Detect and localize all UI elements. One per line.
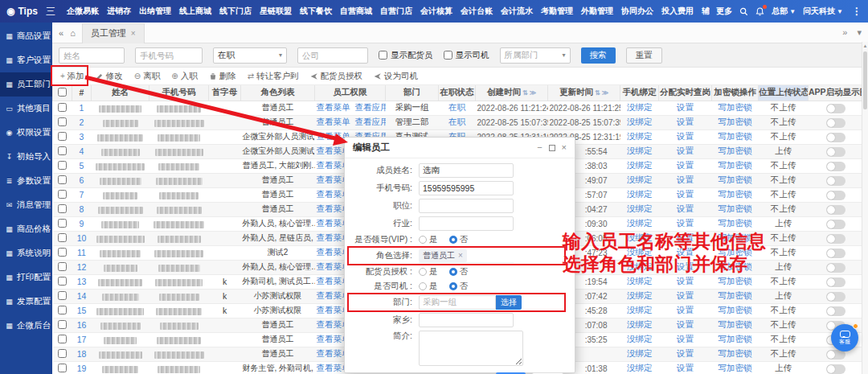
- top-menu-item-2[interactable]: 进销存: [104, 3, 134, 19]
- company-dropdown[interactable]: 问天科技▼: [803, 6, 843, 17]
- assign-setting-link[interactable]: 设置: [677, 319, 694, 329]
- unbound-link[interactable]: 没绑定: [627, 290, 653, 300]
- toggle-switch[interactable]: [826, 277, 845, 287]
- write-lock-link[interactable]: 写加密锁: [719, 131, 752, 141]
- toggle-switch[interactable]: [826, 176, 845, 186]
- kebab-menu-icon[interactable]: ⋮: [852, 6, 862, 17]
- row-select-cell[interactable]: [53, 129, 72, 144]
- department-filter-select[interactable]: 所属部门▾: [500, 47, 571, 64]
- sidebar-item-商品价格[interactable]: ▦商品价格: [0, 217, 52, 241]
- sidebar-item-系统说明[interactable]: ▦系统说明: [0, 241, 52, 265]
- row-checkbox[interactable]: [58, 175, 67, 184]
- row-select-cell[interactable]: [53, 289, 72, 303]
- scroll-up-icon[interactable]: ▲: [862, 42, 868, 50]
- row-select-cell[interactable]: [53, 318, 72, 332]
- sidebar-item-初始导入[interactable]: ↧初始导入: [0, 145, 52, 169]
- header-select-all[interactable]: [53, 85, 72, 101]
- unbound-link[interactable]: 没绑定: [627, 131, 653, 141]
- radio-option-否[interactable]: 否: [449, 266, 469, 277]
- top-menu-item-4[interactable]: 线上商城: [176, 3, 215, 19]
- choose-department-button[interactable]: 选择: [496, 295, 522, 310]
- row-checkbox[interactable]: [58, 219, 67, 228]
- toggle-switch[interactable]: [826, 306, 845, 316]
- tab-collapse-icon[interactable]: ▾: [857, 27, 862, 38]
- row-select-cell[interactable]: [53, 245, 72, 260]
- toggle-switch[interactable]: [826, 249, 845, 258]
- status-filter-select[interactable]: 在职▾: [213, 47, 287, 64]
- unbound-link[interactable]: 没绑定: [627, 363, 653, 372]
- close-tab-icon[interactable]: ×: [131, 29, 136, 38]
- modal-input[interactable]: [419, 181, 514, 195]
- assign-setting-link[interactable]: 设置: [677, 203, 694, 213]
- row-select-cell[interactable]: [53, 158, 72, 173]
- minimize-icon[interactable]: −: [537, 143, 542, 152]
- row-checkbox[interactable]: [58, 204, 67, 213]
- sidebar-item-员工部门[interactable]: ▦员工部门: [0, 72, 52, 97]
- write-lock-link[interactable]: 写加密锁: [719, 117, 752, 126]
- sidebar-item-参数设置[interactable]: ≣参数设置: [0, 169, 52, 193]
- reset-button[interactable]: 重置: [626, 47, 662, 64]
- assign-setting-link[interactable]: 设置: [677, 261, 694, 271]
- row-checkbox[interactable]: [58, 248, 67, 257]
- write-lock-link[interactable]: 写加密锁: [719, 290, 752, 300]
- top-menu-item-9[interactable]: 自营门店: [377, 3, 416, 19]
- sort-icon[interactable]: ⇅: [595, 89, 600, 97]
- row-select-cell[interactable]: [53, 173, 72, 187]
- unbound-link[interactable]: 没绑定: [627, 175, 653, 184]
- row-checkbox[interactable]: [58, 277, 67, 286]
- row-select-cell[interactable]: [53, 361, 72, 374]
- row-checkbox[interactable]: [58, 335, 67, 343]
- tab-overflow-icon[interactable]: »: [842, 27, 847, 38]
- sidebar-item-打印配置[interactable]: ▦打印配置: [0, 265, 52, 290]
- company-filter-input[interactable]: [297, 47, 368, 64]
- role-tag-box[interactable]: 普通员工×: [419, 249, 514, 263]
- row-select-cell[interactable]: [53, 332, 72, 347]
- unbound-link[interactable]: 没绑定: [627, 160, 653, 170]
- assign-setting-link[interactable]: 设置: [677, 218, 694, 228]
- modal-input[interactable]: [419, 216, 514, 231]
- write-lock-link[interactable]: 写加密锁: [719, 348, 752, 358]
- top-menu-item-3[interactable]: 出纳管理: [136, 3, 174, 19]
- top-menu-item-12[interactable]: 会计流水: [497, 3, 536, 19]
- row-checkbox[interactable]: [58, 320, 67, 329]
- write-lock-link[interactable]: 写加密锁: [719, 146, 752, 155]
- sort-icon[interactable]: ⇅: [522, 89, 528, 97]
- org-dropdown[interactable]: 总部▼: [772, 6, 796, 17]
- top-menu-item-16[interactable]: 投入费用: [658, 3, 697, 19]
- top-menu-item-8[interactable]: 自营商城: [337, 3, 375, 19]
- phone-filter-input[interactable]: [135, 47, 203, 64]
- sidebar-item-客户设置[interactable]: ▦客户设置: [0, 48, 52, 72]
- bell-icon[interactable]: [755, 7, 764, 16]
- modal-input[interactable]: [419, 163, 514, 178]
- sidebar-item-其他项目[interactable]: ▭其他项目: [0, 97, 52, 121]
- write-lock-link[interactable]: 写加密锁: [719, 175, 752, 184]
- radio-option-是[interactable]: 是: [419, 266, 438, 277]
- row-checkbox[interactable]: [58, 349, 67, 358]
- assign-setting-link[interactable]: 设置: [677, 131, 694, 141]
- write-lock-link[interactable]: 写加密锁: [719, 203, 752, 213]
- assign-setting-link[interactable]: 设置: [677, 247, 694, 257]
- toggle-switch[interactable]: [826, 104, 845, 113]
- row-select-cell[interactable]: [53, 303, 72, 318]
- unbound-link[interactable]: 没绑定: [627, 247, 653, 257]
- sidebar-item-商品设置[interactable]: ▦商品设置: [0, 24, 52, 48]
- toolbar-button-添加[interactable]: +添加: [60, 71, 84, 82]
- sidebar-item-企微后台[interactable]: ▦企微后台: [0, 314, 52, 338]
- view-app-link[interactable]: 查看应用: [355, 117, 386, 126]
- radio-option-否[interactable]: 否: [449, 281, 469, 292]
- name-filter-input[interactable]: [59, 47, 125, 64]
- row-select-cell[interactable]: [53, 216, 72, 231]
- tab-employee-management[interactable]: 员工管理 ×: [82, 23, 145, 43]
- filter-more-icon[interactable]: ≫: [530, 89, 536, 97]
- unbound-link[interactable]: 没绑定: [627, 261, 653, 271]
- toggle-switch[interactable]: [826, 292, 845, 302]
- assign-setting-link[interactable]: 设置: [677, 146, 694, 155]
- top-menu-item-10[interactable]: 会计核算: [417, 3, 456, 19]
- toggle-switch[interactable]: [826, 162, 845, 171]
- assign-setting-link[interactable]: 设置: [677, 189, 694, 199]
- top-menu-item-11[interactable]: 会计台账: [457, 3, 496, 19]
- assign-setting-link[interactable]: 设置: [677, 232, 694, 242]
- toggle-switch[interactable]: [826, 147, 845, 157]
- filter-more-icon[interactable]: ≫: [602, 89, 608, 97]
- toolbar-button-设为司机[interactable]: 设为司机: [374, 71, 418, 82]
